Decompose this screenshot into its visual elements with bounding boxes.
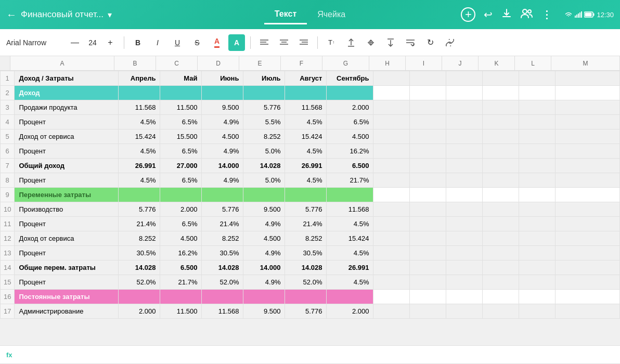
table-cell[interactable]: 4.500 [327, 129, 373, 144]
table-cell[interactable] [202, 290, 243, 304]
table-cell[interactable]: Процент [15, 115, 119, 129]
col-header-c[interactable]: C [156, 56, 198, 70]
col-header-m[interactable]: M [551, 56, 620, 70]
table-cell[interactable]: Доход от сервиса [15, 231, 119, 246]
table-cell[interactable] [373, 173, 410, 188]
table-cell[interactable] [373, 188, 410, 202]
table-cell[interactable] [410, 231, 446, 246]
table-cell[interactable]: 2.000 [327, 100, 373, 115]
table-cell[interactable]: 4.9% [202, 173, 243, 188]
table-cell[interactable] [483, 71, 519, 86]
table-cell[interactable]: 4.5% [285, 173, 327, 188]
table-cell[interactable]: 4.5% [327, 217, 373, 231]
table-cell[interactable]: 4.9% [202, 144, 243, 159]
table-cell[interactable] [202, 188, 243, 202]
table-cell[interactable]: Процент [15, 144, 119, 159]
table-cell[interactable]: 8.252 [202, 231, 243, 246]
table-cell[interactable] [519, 304, 556, 319]
table-cell[interactable]: 6.5% [160, 144, 202, 159]
table-cell[interactable]: Процент [15, 246, 119, 261]
table-cell[interactable] [373, 304, 410, 319]
table-cell[interactable]: 11.568 [119, 100, 160, 115]
table-cell[interactable]: 15.424 [327, 231, 373, 246]
table-cell[interactable] [410, 71, 446, 86]
table-cell[interactable] [243, 290, 285, 304]
table-cell[interactable]: 6.500 [327, 159, 373, 173]
table-cell[interactable]: 14.028 [202, 261, 243, 275]
table-cell[interactable] [446, 304, 483, 319]
table-cell[interactable] [519, 188, 556, 202]
table-cell[interactable] [160, 290, 202, 304]
table-cell[interactable] [446, 290, 483, 304]
table-cell[interactable]: Администрирование [15, 304, 119, 319]
table-cell[interactable]: Продажи продукта [15, 100, 119, 115]
table-cell[interactable]: Постоянные затраты [15, 290, 119, 304]
table-cell[interactable]: 15.500 [160, 129, 202, 144]
table-cell[interactable] [519, 217, 556, 231]
table-cell[interactable]: 4.5% [119, 115, 160, 129]
table-cell[interactable]: 4.9% [202, 115, 243, 129]
table-cell[interactable] [483, 246, 519, 261]
table-cell[interactable] [446, 246, 483, 261]
table-cell[interactable] [410, 202, 446, 217]
table-cell[interactable]: 5.0% [243, 173, 285, 188]
download-button[interactable] [501, 8, 512, 22]
table-cell[interactable]: 27.000 [160, 159, 202, 173]
table-cell[interactable]: 52.0% [202, 275, 243, 290]
col-header-e[interactable]: E [239, 56, 281, 70]
table-cell[interactable] [119, 86, 160, 100]
table-cell[interactable] [519, 159, 556, 173]
table-cell[interactable]: 6.500 [160, 261, 202, 275]
table-cell[interactable]: 4.500 [243, 231, 285, 246]
col-header-b[interactable]: B [114, 56, 156, 70]
wrap-text-button[interactable] [402, 34, 419, 51]
table-cell[interactable]: Переменные затраты [15, 188, 119, 202]
table-cell[interactable] [243, 86, 285, 100]
table-cell[interactable]: 4.5% [327, 275, 373, 290]
table-cell[interactable]: 30.5% [285, 246, 327, 261]
table-cell[interactable] [410, 217, 446, 231]
underline-button[interactable]: U [169, 34, 186, 51]
table-cell[interactable] [327, 86, 373, 100]
table-cell[interactable]: 16.2% [160, 246, 202, 261]
table-cell[interactable] [519, 261, 556, 275]
table-cell[interactable] [483, 115, 519, 129]
table-cell[interactable] [556, 231, 620, 246]
table-cell[interactable] [483, 217, 519, 231]
table-cell[interactable] [373, 86, 410, 100]
table-cell[interactable]: 14.028 [285, 261, 327, 275]
table-cell[interactable] [410, 261, 446, 275]
table-cell[interactable] [519, 246, 556, 261]
table-cell[interactable]: Май [160, 71, 202, 86]
table-cell[interactable] [410, 290, 446, 304]
table-cell[interactable]: 4.5% [119, 173, 160, 188]
table-cell[interactable] [556, 246, 620, 261]
table-cell[interactable]: 21.4% [202, 217, 243, 231]
table-cell[interactable] [556, 100, 620, 115]
table-cell[interactable] [519, 290, 556, 304]
col-header-i[interactable]: I [406, 56, 442, 70]
table-cell[interactable] [285, 290, 327, 304]
table-cell[interactable] [556, 275, 620, 290]
col-header-a[interactable]: A [10, 56, 114, 70]
table-cell[interactable] [160, 188, 202, 202]
table-cell[interactable]: 26.991 [119, 159, 160, 173]
table-cell[interactable] [410, 246, 446, 261]
table-cell[interactable] [119, 290, 160, 304]
col-header-k[interactable]: K [479, 56, 515, 70]
col-header-l[interactable]: L [515, 56, 551, 70]
more-button[interactable]: ⋮ [541, 8, 552, 21]
table-cell[interactable]: 15.424 [119, 129, 160, 144]
table-cell[interactable] [556, 71, 620, 86]
table-cell[interactable]: Общие перем. затраты [15, 261, 119, 275]
table-cell[interactable]: 6.5% [160, 115, 202, 129]
table-cell[interactable]: 4.500 [202, 129, 243, 144]
table-cell[interactable] [483, 188, 519, 202]
superscript-button[interactable]: T↑ [323, 34, 340, 51]
table-cell[interactable]: 6.5% [160, 173, 202, 188]
col-header-d[interactable]: D [198, 56, 239, 70]
table-cell[interactable] [202, 86, 243, 100]
table-cell[interactable]: Доход / Затраты [15, 71, 119, 86]
table-cell[interactable]: 21.4% [119, 217, 160, 231]
table-cell[interactable]: 4.9% [243, 275, 285, 290]
